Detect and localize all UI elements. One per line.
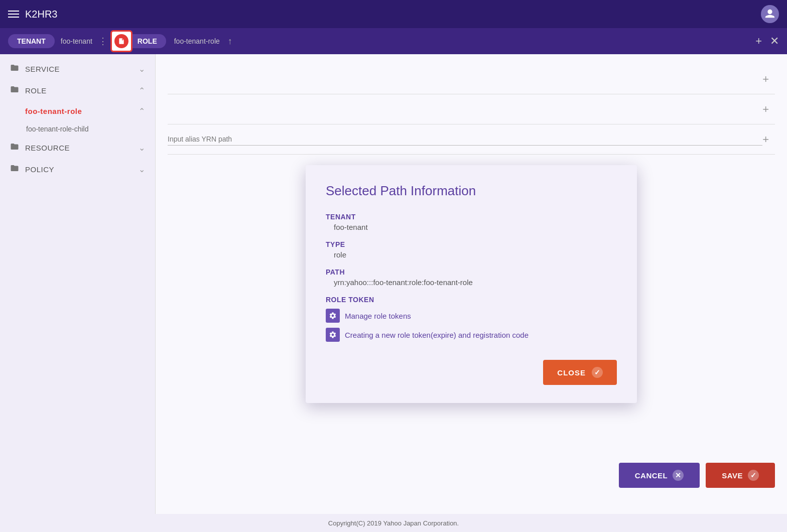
dialog-type-value: role [334,250,617,259]
subheader: TENANT foo-tenant ⋮ ROLE foo-tenant-role… [0,28,787,54]
navbar-left: K2HR3 [8,9,57,20]
subheader-actions: + ✕ [755,35,779,48]
dialog-tenant-value: foo-tenant [334,223,617,231]
sidebar-item-policy[interactable]: POLICY ⌄ [0,159,155,180]
sidebar-item-label: RESOURCE [25,144,133,152]
dialog-backdrop: Selected Path Information TENANT foo-ten… [156,54,787,514]
chevron-down-icon: ⌄ [139,165,145,174]
folder-icon [10,63,19,75]
sidebar-item-label: SERVICE [25,65,133,73]
gear-icon-2 [326,328,340,342]
sidebar-item-service[interactable]: SERVICE ⌄ [0,58,155,80]
more-options-icon[interactable]: ⋮ [98,36,107,47]
tab-tenant[interactable]: TENANT [8,34,55,48]
chevron-icon: ⌄ [139,64,145,74]
sidebar-item-label: foo-tenant-role [25,107,133,115]
sidebar-item-role[interactable]: ROLE ⌃ [0,80,155,101]
folder-icon [10,142,19,154]
sidebar-item-resource[interactable]: RESOURCE ⌄ [0,137,155,159]
manage-tokens-link[interactable]: Manage role tokens [345,312,411,320]
content-area: + + + CANCEL ✕ SAVE ✓ Selected Pa [156,54,787,514]
create-token-link[interactable]: Creating a new role token(expire) and re… [345,331,529,339]
app-title: K2HR3 [25,9,57,20]
chevron-down-icon: ⌄ [139,143,145,153]
create-token-item[interactable]: Creating a new role token(expire) and re… [326,328,617,342]
role-name-breadcrumb: foo-tenant-role [174,37,220,45]
role-badge-inner [114,34,128,48]
close-dialog-button[interactable]: CLOSE ✓ [543,360,617,385]
avatar[interactable] [761,5,779,23]
dialog-tenant-label: TENANT [326,213,617,221]
dialog-path-label: PATH [326,268,617,276]
up-arrow-icon[interactable]: ↑ [228,36,232,47]
dialog-role-token-label: ROLE TOKEN [326,296,617,304]
close-label: CLOSE [557,368,586,377]
manage-tokens-item[interactable]: Manage role tokens [326,309,617,323]
folder-icon [10,85,19,96]
close-tab-button[interactable]: ✕ [770,35,779,48]
dialog: Selected Path Information TENANT foo-ten… [306,165,637,403]
dialog-title: Selected Path Information [326,183,617,199]
dialog-actions: CLOSE ✓ [326,360,617,385]
add-tab-button[interactable]: + [755,35,762,48]
hamburger-menu[interactable] [8,11,19,18]
tab-role-wrapper: ROLE [111,34,166,48]
sidebar: SERVICE ⌄ ROLE ⌃ foo-tenant-role ⌃ foo-t… [0,54,156,514]
footer-text: Copyright(C) 2019 Yahoo Japan Corporatio… [328,519,459,527]
chevron-up-icon: ⌃ [139,106,145,116]
sidebar-item-label: ROLE [25,86,133,95]
sidebar-item-label: POLICY [25,165,133,174]
tenant-name: foo-tenant [61,37,92,45]
sidebar-item-child[interactable]: foo-tenant-role-child [0,121,155,137]
navbar: K2HR3 [0,0,787,28]
gear-icon-1 [326,309,340,323]
dialog-path-value: yrn:yahoo:::foo-tenant:role:foo-tenant-r… [334,278,617,287]
dialog-type-label: TYPE [326,240,617,248]
chevron-up-icon: ⌃ [139,86,145,95]
dialog-role-token-section: ROLE TOKEN Manage role tokens Creating a… [326,296,617,342]
sidebar-child-label: foo-tenant-role-child [26,125,89,133]
close-check-icon: ✓ [592,367,603,378]
folder-icon [10,164,19,175]
role-icon-badge [110,30,133,52]
main-layout: SERVICE ⌄ ROLE ⌃ foo-tenant-role ⌃ foo-t… [0,54,787,514]
footer: Copyright(C) 2019 Yahoo Japan Corporatio… [0,514,787,532]
sidebar-item-foo-tenant-role[interactable]: foo-tenant-role ⌃ [0,101,155,121]
